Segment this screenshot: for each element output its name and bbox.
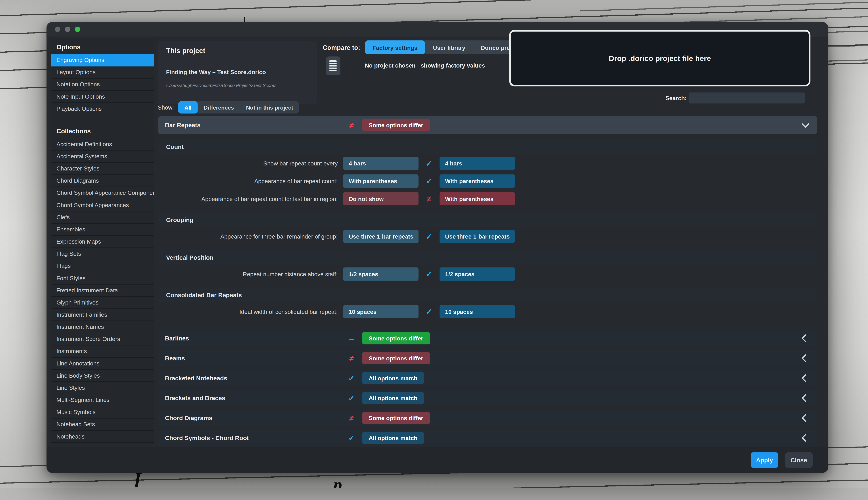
sidebar-item-instrument-names[interactable]: Instrument Names <box>51 321 154 333</box>
section-title: Bar Repeats <box>158 122 341 128</box>
piano-glyph: p <box>333 475 342 488</box>
sidebar-item-layout-options[interactable]: Layout Options <box>51 67 154 79</box>
sidebar-item-noteheads[interactable]: Noteheads <box>51 431 154 443</box>
screen: ♭ ♩ ♭ f p Options Engraving Options Layo… <box>0 0 868 488</box>
chevron-left-icon[interactable] <box>801 374 809 382</box>
chevron-left-icon[interactable] <box>801 394 809 402</box>
sidebar-item-chord-symbol-appearances[interactable]: Chord Symbol Appearances <box>51 199 154 212</box>
section-barlines[interactable]: Barlines ← Some options differ <box>158 330 817 347</box>
section-chord-diagrams[interactable]: Chord Diagrams ≠ Some options differ <box>158 410 817 427</box>
sidebar-item-engraving-options[interactable]: Engraving Options <box>51 54 154 67</box>
sidebar-item-fretted-instrument-data[interactable]: Fretted Instrument Data <box>51 285 154 297</box>
tab-user-library[interactable]: User library <box>425 41 473 54</box>
match-check-icon: ✓ <box>341 394 362 402</box>
sidebar-item-notation-options[interactable]: Notation Options <box>51 79 154 91</box>
filter-all[interactable]: All <box>178 101 197 114</box>
chevron-down-icon[interactable] <box>801 120 809 128</box>
chevron-left-icon[interactable] <box>801 434 809 442</box>
status-badge: All options match <box>362 372 424 384</box>
apply-button[interactable]: Apply <box>751 452 778 468</box>
sidebar-item-notehead-sets[interactable]: Notehead Sets <box>51 419 154 431</box>
sidebar-item-instrument-families[interactable]: Instrument Families <box>51 309 154 321</box>
minimize-button[interactable] <box>65 26 70 32</box>
sidebar-item-ensembles[interactable]: Ensembles <box>51 224 154 236</box>
sidebar-collections-header: Collections <box>51 123 154 138</box>
sidebar-item-glyph-primitives[interactable]: Glyph Primitives <box>51 297 154 309</box>
section-title: Chord Symbols - Chord Root <box>158 434 341 441</box>
sidebar-item-line-annotations[interactable]: Line Annotations <box>51 357 154 370</box>
sidebar-options-header: Options <box>51 39 154 54</box>
project-value[interactable]: 10 spaces <box>343 305 419 318</box>
not-equal-icon: ≠ <box>341 354 363 362</box>
section-beams[interactable]: Beams ≠ Some options differ <box>158 350 817 366</box>
filter-not-in-this-project[interactable]: Not in this project <box>240 101 299 114</box>
section-bracketed-noteheads[interactable]: Bracketed Noteheads ✓ All options match <box>158 370 817 386</box>
project-drop-zone[interactable]: Drop .dorico project file here <box>509 30 811 86</box>
sidebar-item-music-symbols[interactable]: Music Symbols <box>51 407 154 419</box>
sidebar-item-playback-options[interactable]: Playback Options <box>51 103 154 115</box>
zoom-button[interactable] <box>75 26 80 32</box>
section-brackets-and-braces[interactable]: Brackets and Braces ✓ All options match <box>158 390 817 407</box>
project-value[interactable]: Do not show <box>343 192 419 206</box>
sidebar-item-instruments[interactable]: Instruments <box>51 345 154 357</box>
sidebar-item-clefs[interactable]: Clefs <box>51 212 154 224</box>
option-label: Repeat number distance above staff: <box>158 271 338 277</box>
option-label: Show bar repeat count every <box>158 160 338 167</box>
subsection-header-vertical-position: Vertical Position <box>158 250 817 264</box>
search-input[interactable] <box>689 92 805 104</box>
close-button[interactable] <box>55 26 60 32</box>
compare-value[interactable]: Use three 1-bar repeats <box>439 230 515 243</box>
compare-value[interactable]: 1/2 spaces <box>439 268 515 281</box>
not-equal-icon: ≠ <box>418 195 440 203</box>
match-check-icon: ✓ <box>419 270 439 278</box>
sidebar-item-font-styles[interactable]: Font Styles <box>51 272 154 285</box>
sidebar-item-instrument-score-orders[interactable]: Instrument Score Orders <box>51 333 154 345</box>
sidebar-item-chord-diagrams[interactable]: Chord Diagrams <box>51 175 154 187</box>
compare-to-label: Compare to: <box>323 44 360 51</box>
compare-value[interactable]: With parentheses <box>439 174 515 188</box>
compare-value[interactable]: 4 bars <box>439 157 515 170</box>
this-project-panel: This project Finding the Way – Test Scor… <box>158 41 317 104</box>
sidebar-item-line-styles[interactable]: Line Styles <box>51 382 154 394</box>
sidebar-item-flags[interactable]: Flags <box>51 260 154 272</box>
section-title: Bracketed Noteheads <box>158 375 341 382</box>
transfer-left-arrow-icon: ← <box>341 334 362 343</box>
section-title: Brackets and Braces <box>158 395 341 401</box>
sidebar-item-multi-segment-lines[interactable]: Multi-Segment Lines <box>51 394 154 406</box>
sidebar-item-note-input-options[interactable]: Note Input Options <box>51 91 154 103</box>
status-badge: Some options differ <box>362 332 430 344</box>
option-row: Appearance of bar repeat count for last … <box>158 191 817 207</box>
project-value[interactable]: With parentheses <box>343 174 419 188</box>
chevron-left-icon[interactable] <box>801 354 809 362</box>
chevron-left-icon[interactable] <box>801 334 809 342</box>
library-manager-dialog: Options Engraving Options Layout Options… <box>47 22 828 473</box>
sidebar-item-expression-maps[interactable]: Expression Maps <box>51 236 154 248</box>
section-title: Beams <box>158 355 341 362</box>
sidebar-item-chord-symbol-appearance-components[interactable]: Chord Symbol Appearance Components <box>51 187 154 199</box>
project-value[interactable]: 1/2 spaces <box>343 268 419 281</box>
compare-value[interactable]: With parentheses <box>439 192 515 206</box>
close-button[interactable]: Close <box>785 452 813 468</box>
sidebar-item-flag-sets[interactable]: Flag Sets <box>51 248 154 260</box>
chevron-left-icon[interactable] <box>801 414 809 422</box>
option-row: Appearance for three-bar remainder of gr… <box>158 228 817 245</box>
project-value[interactable]: 4 bars <box>343 157 419 170</box>
section-title: Barlines <box>158 335 341 341</box>
this-project-label: This project <box>166 47 205 55</box>
compare-value[interactable]: 10 spaces <box>439 305 515 318</box>
compare-status-text: No project chosen - showing factory valu… <box>365 62 485 69</box>
project-value[interactable]: Use three 1-bar repeats <box>343 230 419 243</box>
show-filter-row: Show: All Differences Not in this projec… <box>158 101 299 114</box>
option-label: Appearance for three-bar remainder of gr… <box>158 233 338 240</box>
section-bar-repeats[interactable]: Bar Repeats ≠ Some options differ <box>158 116 817 134</box>
match-check-icon: ✓ <box>419 232 439 240</box>
filter-differences[interactable]: Differences <box>197 101 240 114</box>
section-chord-symbols-chord-root[interactable]: Chord Symbols - Chord Root ✓ All options… <box>158 430 817 446</box>
tab-factory-settings[interactable]: Factory settings <box>365 41 425 54</box>
sidebar-item-accidental-systems[interactable]: Accidental Systems <box>51 150 154 163</box>
project-name: Finding the Way – Test Score.dorico <box>166 69 266 75</box>
sidebar-item-accidental-definitions[interactable]: Accidental Definitions <box>51 138 154 150</box>
options-list: Bar Repeats ≠ Some options differ Count … <box>158 116 817 450</box>
sidebar-item-character-styles[interactable]: Character Styles <box>51 163 154 175</box>
sidebar-item-line-body-styles[interactable]: Line Body Styles <box>51 370 154 382</box>
